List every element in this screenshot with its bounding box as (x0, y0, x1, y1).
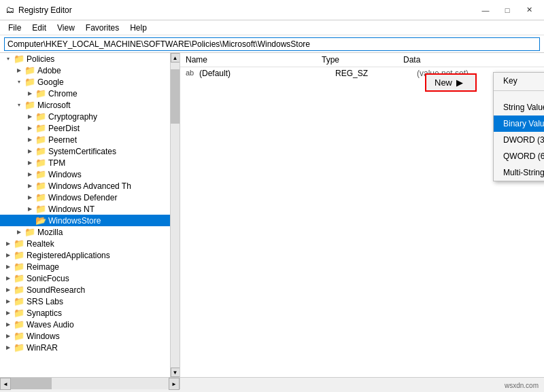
tree-item-windows-advanced[interactable]: ▶ 📁 Windows Advanced Th (0, 180, 180, 192)
tree-label: WindowsStore (48, 216, 101, 226)
menu-view[interactable]: View (52, 22, 80, 33)
maximize-button[interactable]: □ (498, 4, 517, 16)
menu-edit[interactable]: Edit (27, 22, 52, 33)
ctx-item-qword[interactable]: DWORD (32-bit) Value (494, 132, 544, 148)
tree-item-microsoft[interactable]: ▾ 📁 Microsoft (0, 99, 180, 111)
expand-icon: ▶ (3, 252, 14, 258)
context-menu-wrapper: New ▶ Key String Value Binary Value DWOR… (425, 73, 477, 92)
new-button[interactable]: New ▶ (425, 73, 477, 92)
expand-icon: ▾ (14, 102, 24, 108)
expand-icon: ▶ (3, 287, 14, 293)
minimize-button[interactable]: — (476, 4, 495, 16)
app-icon: 🗂 (5, 5, 14, 15)
scroll-track[interactable] (171, 63, 180, 368)
tree-item-adobe[interactable]: ▶ 📁 Adobe (0, 65, 180, 76)
tree-label: Reimage (27, 262, 59, 272)
tree-label: Synaptics (27, 308, 62, 318)
tree-item-google[interactable]: ▾ 📁 Google (0, 76, 180, 88)
tree-item-registered-apps[interactable]: ▶ 📁 RegisteredApplications (0, 249, 180, 261)
menu-file[interactable]: File (3, 22, 27, 33)
tree-label: RegisteredApplications (27, 251, 110, 260)
tree-item-windows-defender[interactable]: ▶ 📁 Windows Defender (0, 192, 180, 203)
folder-icon: 📁 (14, 238, 24, 249)
tree-item-mozilla[interactable]: ▶ 📁 Mozilla (0, 226, 180, 238)
menu-help[interactable]: Help (124, 22, 152, 33)
tree-item-reimage[interactable]: ▶ 📁 Reimage (0, 261, 180, 272)
scroll-up-btn[interactable]: ▲ (171, 53, 180, 63)
title-text: Registry Editor (18, 5, 72, 15)
expand-icon: ▶ (24, 113, 35, 120)
folder-icon: 📁 (35, 158, 46, 168)
hscroll-track[interactable] (11, 378, 169, 389)
folder-icon: 📁 (35, 123, 46, 133)
tree-label: Realtek (27, 239, 54, 249)
expand-icon: ▶ (3, 321, 14, 327)
tree-label: Policies (27, 54, 54, 64)
tree-item-tpm[interactable]: ▶ 📁 TPM (0, 157, 180, 168)
tree-item-policies[interactable]: ▾ 📁 Policies (0, 53, 180, 65)
tree-label: Waves Audio (27, 320, 74, 329)
tree-label: Microsoft (37, 101, 71, 110)
tree-item-synaptics[interactable]: ▶ 📁 Synaptics (0, 307, 180, 319)
address-input[interactable] (4, 37, 540, 51)
hscroll-thumb[interactable] (11, 378, 52, 389)
tree-label: TPM (48, 158, 65, 168)
tree-label: Google (37, 77, 64, 87)
ctx-item-string[interactable] (494, 92, 544, 99)
menu-favorites[interactable]: Favorites (80, 22, 124, 33)
folder-icon: 📁 (14, 308, 24, 318)
tree-label: Windows Advanced Th (48, 181, 131, 191)
expand-icon: ▶ (3, 240, 14, 247)
tree-item-windows2[interactable]: ▶ 📁 Windows (0, 330, 180, 342)
ctx-item-multi-string[interactable]: QWORD (64-bit) Value (494, 148, 544, 164)
main-content: ▾ 📁 Policies ▶ 📁 Adobe ▾ 📁 Google ▶ 📁 Ch… (0, 53, 544, 377)
tree-item-peerdist[interactable]: ▶ 📁 PeerDist (0, 122, 180, 134)
tree-panel: ▾ 📁 Policies ▶ 📁 Adobe ▾ 📁 Google ▶ 📁 Ch… (0, 53, 180, 377)
folder-icon: 📁 (35, 88, 46, 99)
tree-item-windows[interactable]: ▶ 📁 Windows (0, 168, 180, 180)
column-header-type: Type (322, 55, 403, 65)
tree-hscroll[interactable]: ◄ ► (0, 378, 180, 389)
ctx-item-key[interactable]: Key (494, 73, 544, 89)
expand-icon: ▶ (24, 206, 35, 212)
tree-item-winrar[interactable]: ▶ 📁 WinRAR (0, 342, 180, 353)
tree-scroll[interactable]: ▾ 📁 Policies ▶ 📁 Adobe ▾ 📁 Google ▶ 📁 Ch… (0, 53, 180, 377)
tree-item-windowsstore[interactable]: 📂 WindowsStore (0, 215, 180, 226)
tree-label: Adobe (37, 66, 61, 75)
bottom-scroll-area: ◄ ► (0, 377, 544, 389)
expand-icon: ▶ (24, 171, 35, 177)
expand-icon: ▶ (24, 183, 35, 189)
folder-icon: 📁 (35, 146, 46, 156)
close-button[interactable]: ✕ (520, 4, 539, 16)
table-header: Name Type Data (180, 53, 544, 67)
scroll-down-btn[interactable]: ▼ (171, 368, 180, 377)
tree-item-systemcerts[interactable]: ▶ 📁 SystemCertificates (0, 145, 180, 157)
tree-item-srslabs[interactable]: ▶ 📁 SRS Labs (0, 296, 180, 307)
table-row[interactable]: ab (Default) REG_SZ (value not set) (180, 67, 544, 79)
tree-item-cryptography[interactable]: ▶ 📁 Cryptography (0, 111, 180, 122)
tree-item-realtek[interactable]: ▶ 📁 Realtek (0, 238, 180, 249)
scroll-thumb[interactable] (171, 69, 180, 124)
hscroll-right-btn[interactable]: ► (169, 378, 180, 390)
tree-label: Mozilla (37, 228, 63, 237)
tree-scrollbar[interactable]: ▲ ▼ (170, 53, 180, 377)
tree-item-peernet[interactable]: ▶ 📁 Peernet (0, 134, 180, 145)
context-menu: Key String Value Binary Value DWORD (32-… (493, 72, 544, 181)
tree-label: SonicFocus (27, 274, 69, 283)
hscroll-left-btn[interactable]: ◄ (0, 378, 11, 390)
watermark: wsxdn.com (505, 382, 539, 389)
tree-item-chrome[interactable]: ▶ 📁 Chrome (0, 88, 180, 99)
tree-item-sonicfocus[interactable]: ▶ 📁 SonicFocus (0, 272, 180, 284)
new-button-label: New (435, 77, 452, 88)
title-bar: 🗂 Registry Editor — □ ✕ (0, 0, 544, 20)
ctx-item-expandable-string[interactable]: Multi-String Value (494, 164, 544, 181)
expand-icon: ▶ (14, 67, 24, 73)
tree-item-soundresearch[interactable]: ▶ 📁 SoundResearch (0, 284, 180, 296)
ctx-item-dword[interactable]: Binary Value (494, 115, 544, 132)
ctx-item-binary[interactable]: String Value (494, 99, 544, 115)
folder-icon: 📂 (35, 215, 46, 226)
tree-item-windows-nt[interactable]: ▶ 📁 Windows NT (0, 203, 180, 215)
tree-label: WinRAR (27, 343, 58, 353)
tree-label: Chrome (48, 89, 78, 99)
tree-item-waves-audio[interactable]: ▶ 📁 Waves Audio (0, 319, 180, 330)
